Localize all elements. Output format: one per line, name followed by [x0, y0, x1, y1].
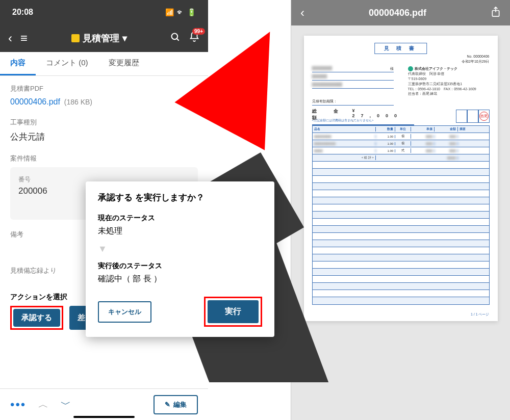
nav-bar: ‹ ≡ 見積管理 ▾ 99+ — [0, 24, 208, 52]
tax-note: <上記金額には消費税は含まれておりません> — [312, 118, 374, 123]
pdf-page[interactable]: 見 積 書 No. 00000406 令和2年10月29日 ████████様 … — [304, 36, 498, 321]
execute-button[interactable]: 実行 — [208, 300, 259, 323]
app-icon — [71, 34, 80, 42]
document-heading: 見 積 書 — [374, 43, 427, 54]
menu-icon[interactable]: ≡ — [20, 31, 28, 45]
page-title[interactable]: 見積管理 ▾ — [36, 32, 162, 44]
work-type-field: 工事種別 公共元請 — [10, 118, 198, 143]
pdf-link[interactable]: 00000406.pdf — [10, 97, 60, 106]
th-amount: 金額 — [435, 127, 458, 132]
signal-icon: 📶 — [165, 8, 174, 16]
wifi-icon: ᯤ — [177, 8, 184, 16]
th-note: 摘要 — [458, 127, 489, 132]
validity-row: 見積有効期限： — [312, 99, 394, 106]
execute-highlight: 実行 — [204, 297, 262, 327]
edit-button[interactable]: ✎ 編集 — [154, 395, 198, 414]
home-indicator — [73, 416, 135, 418]
cancel-button[interactable]: キャンセル — [98, 301, 151, 323]
tab-history[interactable]: 変更履歴 — [98, 52, 149, 75]
tab-content[interactable]: 内容 — [0, 52, 36, 75]
pdf-title: 00000406.pdf — [313, 8, 482, 18]
th-price: 単価 — [411, 127, 435, 132]
project-section-label: 案件情報 — [10, 154, 198, 163]
next-record-icon[interactable]: ﹀ — [61, 398, 71, 411]
more-icon[interactable]: ••• — [10, 398, 26, 412]
seal-stamp: 西尾 — [479, 112, 489, 121]
current-status-label: 現在のステータス — [98, 214, 262, 223]
company-logo-icon — [408, 66, 413, 71]
after-status-label: 実行後のステータス — [98, 261, 262, 271]
right-phone-frame: ‹ 00000406.pdf 見 積 書 No. 00000406 令和2年10… — [291, 0, 510, 420]
line-items-table: 品名 数量 単位 単価 金額 摘要 ████████1.00個██████ ██… — [312, 125, 490, 305]
pdf-size: (186 KB) — [64, 98, 92, 106]
notifications-icon[interactable]: 99+ — [189, 31, 200, 45]
search-icon[interactable] — [170, 32, 181, 45]
work-type-label: 工事種別 — [10, 118, 198, 127]
back-icon[interactable]: ‹ — [8, 31, 12, 45]
clock: 20:08 — [12, 8, 33, 17]
pdf-attachment: 00000406.pdf (186 KB) — [10, 97, 198, 107]
status-bar: 20:08 📶 ᯤ 🔋 — [0, 0, 208, 24]
status-icons: 📶 ᯤ 🔋 — [165, 8, 196, 16]
seal-boxes: 西尾 — [456, 110, 490, 123]
page-number: 1 / 1 ページ — [471, 312, 490, 317]
tab-comments[interactable]: コメント (0) — [36, 52, 98, 75]
after-status-value: 確認中（ 部 長 ） — [98, 274, 262, 284]
company-block: 株式会社アイフク・テック 代表取締役 阿形 幸信 〒519-0609 三重県伊勢… — [408, 66, 490, 96]
pdf-back-icon[interactable]: ‹ — [300, 6, 304, 20]
th-qty: 数量 — [376, 127, 395, 132]
share-icon[interactable] — [491, 6, 501, 20]
modal-title: 承認する を実行しますか？ — [98, 192, 262, 203]
svg-point-0 — [172, 33, 178, 39]
confirm-modal: 承認する を実行しますか？ 現在のステータス 未処理 ▼ 実行後のステータス 確… — [86, 181, 274, 337]
prev-record-icon[interactable]: ︿ — [38, 398, 48, 411]
current-status-value: 未処理 — [98, 226, 262, 237]
approve-highlight: 承認する — [10, 306, 63, 330]
approve-button[interactable]: 承認する — [13, 309, 60, 327]
document-number: No. 00000406 令和2年10月29日 — [462, 54, 489, 64]
th-unit: 単位 — [395, 127, 411, 132]
status-arrow-icon: ▼ — [98, 244, 262, 254]
dropdown-caret-icon: ▾ — [122, 33, 127, 44]
recipient-block: ████████様 ██████ ████████████ — [312, 66, 394, 91]
pencil-icon: ✎ — [165, 401, 170, 408]
svg-line-1 — [177, 38, 179, 40]
work-type-value: 公共元請 — [10, 131, 198, 143]
th-name: 品名 — [313, 127, 376, 132]
pdf-nav-bar: ‹ 00000406.pdf — [291, 0, 510, 25]
bottom-bar: ••• ︿ ﹀ ✎ 編集 — [0, 388, 208, 420]
tab-bar: 内容 コメント (0) 変更履歴 — [0, 52, 208, 76]
pdf-section-label: 見積書PDF — [10, 84, 198, 93]
notification-badge: 99+ — [192, 28, 205, 35]
battery-icon: 🔋 — [187, 8, 196, 16]
